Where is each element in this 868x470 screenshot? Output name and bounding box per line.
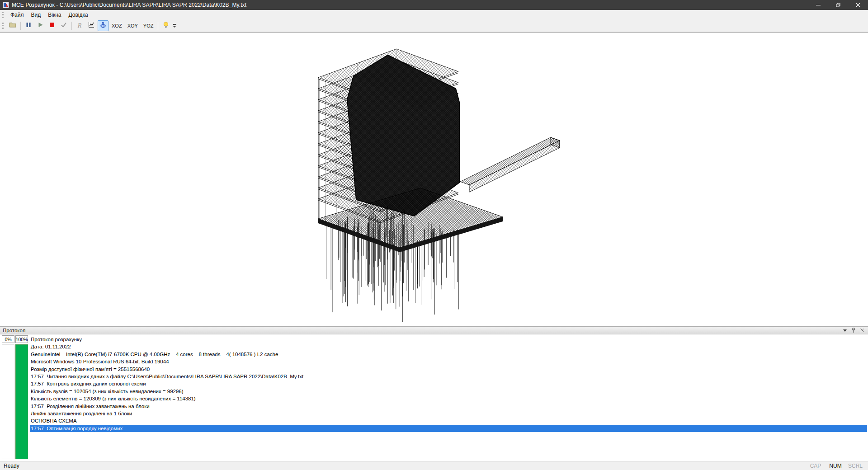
window-controls xyxy=(808,0,868,10)
toolbar-plane-button-xoy[interactable]: XOY xyxy=(125,22,140,30)
chevron-down-icon xyxy=(843,329,847,332)
menu-item[interactable]: Довідка xyxy=(65,10,91,19)
pin-icon xyxy=(851,328,856,333)
chart-icon xyxy=(88,21,95,30)
log-line[interactable]: 17:57 Читання вихідних даних з файлу C:\… xyxy=(30,373,867,380)
titlebar: МСЕ Розрахунок - C:\Users\Public\Documen… xyxy=(0,0,868,10)
menu-item[interactable]: Файл xyxy=(7,10,28,19)
log-line[interactable]: ОСНОВНА СХЕМА xyxy=(30,417,867,424)
toolbar: R XOZXOYYOZ xyxy=(0,20,868,32)
menu-item[interactable]: Вид xyxy=(28,10,45,19)
log-line[interactable]: 17:57 Контроль вихідних даних основної с… xyxy=(30,380,867,387)
plane-buttons: XOZXOYYOZ xyxy=(109,22,156,30)
menubar-grip[interactable] xyxy=(2,12,4,18)
toolbar-grip[interactable] xyxy=(2,23,4,29)
log-line[interactable]: 17:57 Оптимізація порядку невідомих xyxy=(30,425,867,432)
protocol-close-button[interactable] xyxy=(859,327,866,334)
protocol-body: 0% 100% Протокол розрахункуДата: 01.11.2… xyxy=(0,334,868,461)
stop-button[interactable] xyxy=(47,20,57,31)
play-icon xyxy=(37,21,44,30)
toolbar-overflow-button[interactable] xyxy=(173,24,176,28)
pause-button[interactable] xyxy=(23,20,34,31)
anchor-toggle-button[interactable] xyxy=(98,20,108,31)
protocol-log: Протокол розрахункуДата: 01.11.2022Genui… xyxy=(30,336,867,432)
close-button[interactable] xyxy=(848,0,868,10)
restore-button[interactable] xyxy=(828,0,848,10)
statusbar: Ready CAPNUMSCRL xyxy=(0,461,868,470)
overflow-icon xyxy=(173,24,176,25)
italic-r-icon: R xyxy=(78,22,82,29)
finish-button[interactable] xyxy=(58,20,69,31)
log-line[interactable]: Лінійні завантаження розділені на 1 блок… xyxy=(30,410,867,417)
toolbar-separator xyxy=(158,22,158,30)
log-line[interactable]: Розмір доступної фізичної пам'яті = 2551… xyxy=(30,366,867,373)
app-icon xyxy=(3,2,9,8)
help-tips-button[interactable] xyxy=(160,20,171,31)
protocol-header: Протокол xyxy=(0,326,868,334)
minimize-button[interactable] xyxy=(808,0,828,10)
menubar: ФайлВидВікнаДовідка xyxy=(0,10,868,20)
status-indicator-num: NUM xyxy=(826,463,845,469)
graph-button[interactable] xyxy=(86,20,97,31)
status-keys: CAPNUMSCRL xyxy=(806,463,868,469)
pause-icon xyxy=(25,21,32,30)
toolbar-separator xyxy=(71,22,72,30)
check-icon xyxy=(60,21,67,30)
status-text: Ready xyxy=(0,463,19,469)
progress-bar-total xyxy=(15,344,28,459)
protocol-title: Протокол xyxy=(0,328,25,333)
log-line[interactable]: Microsoft Windows 10 Professional RUS 64… xyxy=(30,358,867,365)
app-window: МСЕ Розрахунок - C:\Users\Public\Documen… xyxy=(0,0,868,470)
toolbar-plane-button-xoz[interactable]: XOZ xyxy=(109,22,124,30)
status-indicator-cap: CAP xyxy=(806,463,826,469)
progress-left-label: 0% xyxy=(2,335,14,343)
menu-items: ФайлВидВікнаДовідка xyxy=(7,10,92,19)
log-line[interactable]: GenuineIntel Intel(R) Core(TM) i7-6700K … xyxy=(30,351,867,358)
model-viewport[interactable] xyxy=(0,32,868,326)
open-folder-icon xyxy=(9,21,16,30)
anchor-icon xyxy=(99,21,107,30)
log-line[interactable]: Протокол розрахунку xyxy=(30,336,867,343)
protocol-menu-button[interactable] xyxy=(841,327,849,334)
toolbar-plane-button-yoz[interactable]: YOZ xyxy=(141,22,156,30)
model-canvas[interactable] xyxy=(0,33,868,327)
window-title: МСЕ Розрахунок - C:\Users\Public\Documen… xyxy=(12,2,246,8)
protocol-pin-button[interactable] xyxy=(850,327,857,334)
open-file-button[interactable] xyxy=(7,20,18,31)
lamp-icon xyxy=(162,21,170,30)
stop-icon xyxy=(48,21,56,30)
log-line[interactable]: 17:57 Розділення лінійних завантажень на… xyxy=(30,403,867,410)
close-icon xyxy=(860,328,864,333)
menu-item[interactable]: Вікна xyxy=(44,10,65,19)
toolbar-button-r[interactable]: R xyxy=(74,20,85,31)
progress-right-label: 100% xyxy=(15,335,28,343)
log-line[interactable]: Дата: 01.11.2022 xyxy=(30,343,867,350)
toolbar-separator xyxy=(20,22,21,30)
continue-button[interactable] xyxy=(35,20,46,31)
log-line[interactable]: Кількість елементів = 120309 (з них кіль… xyxy=(30,395,867,402)
progress-bar-current xyxy=(2,344,14,459)
status-indicator-scrl: SCRL xyxy=(845,463,865,469)
log-line[interactable]: Кількість вузлів = 102054 (з них кількіс… xyxy=(30,388,867,395)
protocol-header-buttons xyxy=(841,327,868,334)
